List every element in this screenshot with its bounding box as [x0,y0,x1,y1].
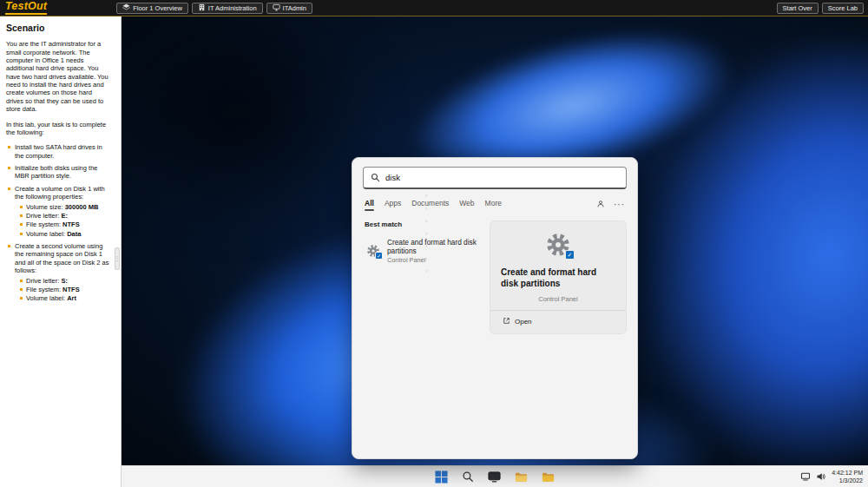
tab-more[interactable]: More [485,199,502,210]
task-value: E: [61,212,68,220]
task-text: Install two SATA hard drives in the comp… [15,143,102,159]
scenario-task-intro: In this lab, your task is to complete th… [6,121,110,137]
tab-documents[interactable]: Documents [411,199,449,210]
header-actions: Start Over Score Lab [777,3,864,14]
taskbar-clock[interactable]: 4:42:12 PM 1/3/2022 [832,469,863,485]
task-item: Create a second volume using the remaini… [8,242,110,303]
preview-title: Create and format hard disk partitions [501,267,615,289]
task-sublist: Drive letter: S: File system: NTFS Volum… [15,277,110,303]
monitor-icon [273,3,280,13]
task-item: Create a volume on Disk 1 with the follo… [8,185,110,238]
account-icon[interactable] [596,200,605,210]
search-results: Best match Create and format hard disk p… [365,220,627,334]
task-subitem: Drive letter: E: [20,212,110,220]
taskbar-center-icons [433,469,556,485]
search-filter-tabs: All Apps Documents Web More ··· [365,199,625,210]
task-label: File system: [26,286,61,293]
task-label: Drive letter: [26,212,59,220]
task-list: Install two SATA hard drives in the comp… [6,143,110,302]
task-text: Initialize both disks using the MBR part… [15,164,97,180]
folder-icon [542,473,555,486]
top-header-bar: TestOut Floor 1 Overview IT Administrati… [0,0,868,16]
layers-icon [122,3,130,13]
result-preview-card: Create and format hard disk partitions C… [490,220,627,334]
check-badge-icon [565,250,575,260]
task-label: Volume size: [26,203,63,211]
task-subitem: Volume size: 300000 MB [20,203,110,211]
result-title: Create and format hard disk partitions [387,238,479,255]
more-options-icon[interactable]: ··· [614,201,625,209]
tab-web[interactable]: Web [459,199,474,210]
search-header-icons: ··· [596,200,625,210]
task-text: Create a second volume using the remaini… [15,242,108,274]
task-subitem: File system: NTFS [20,220,110,228]
clock-date: 1/3/2022 [832,477,863,484]
open-icon [503,317,510,326]
task-value: Data [67,230,81,238]
disk-partitions-gear-icon-large [545,232,571,258]
task-item: Initialize both disks using the MBR part… [8,164,110,181]
search-box[interactable] [363,167,627,189]
nav-label: IT Administration [208,4,257,12]
system-tray: 4:42:12 PM 1/3/2022 [800,466,863,487]
task-subitem: Volume label: Art [20,294,110,302]
check-badge-icon [375,252,383,260]
file-explorer-button[interactable] [513,469,529,485]
header-nav: Floor 1 Overview IT Administration ITAdm… [116,3,312,14]
testout-logo: TestOut [5,1,47,15]
task-value: S: [61,277,68,285]
task-label: File system: [26,220,61,228]
building-icon [198,3,206,13]
search-icon [371,170,380,186]
task-label: Volume label: [26,294,65,302]
task-value: Art [67,294,76,302]
folder-icon [515,473,528,486]
task-item: Install two SATA hard drives in the comp… [8,143,110,160]
start-button[interactable] [433,469,450,485]
task-sublist: Volume size: 300000 MB Drive letter: E: … [15,203,110,239]
button-label: Start Over [783,4,812,12]
task-label: Volume label: [26,230,65,238]
task-value: 300000 MB [65,203,99,211]
taskbar: 4:42:12 PM 1/3/2022 [122,465,868,487]
nav-floor1-overview-button[interactable]: Floor 1 Overview [116,3,188,14]
windows-search-panel: All Apps Documents Web More ··· Best mat… [352,157,638,459]
nav-label: ITAdmin [283,4,306,12]
nav-label: Floor 1 Overview [133,4,182,12]
dark-monitor-icon [488,473,501,486]
nav-itadmin-button[interactable]: ITAdmin [266,3,312,14]
open-action[interactable]: Open [501,311,615,326]
task-text: Create a volume on Disk 1 with the follo… [15,185,105,201]
tab-all[interactable]: All [365,199,374,210]
nav-it-administration-button[interactable]: IT Administration [192,3,263,14]
task-label: Drive letter: [26,277,59,285]
disk-partitions-gear-icon [366,244,380,258]
start-over-button[interactable]: Start Over [777,3,819,14]
volume-icon[interactable] [816,471,826,482]
search-icon [462,472,474,485]
preview-icon-area [501,232,615,260]
sidebar-scrollbar-handle[interactable] [115,247,120,270]
button-label: Score Lab [828,4,858,12]
network-icon[interactable] [800,471,811,482]
taskbar-search-button[interactable] [460,469,476,484]
search-input[interactable] [385,173,619,182]
clock-time: 4:42:12 PM [832,469,863,477]
wallpaper-shape [122,16,382,234]
app-monitor-button[interactable] [486,469,503,485]
task-value: NTFS [62,220,80,228]
score-lab-button[interactable]: Score Lab [822,3,864,14]
tab-apps[interactable]: Apps [385,199,401,210]
preview-type-label: Control Panel [501,295,615,303]
scenario-paragraph: You are the IT administrator for a small… [6,40,110,113]
folder-app-button[interactable] [540,469,556,485]
task-subitem: File system: NTFS [20,286,110,293]
open-label: Open [515,318,532,326]
best-match-result[interactable]: Create and format hard disk partitions C… [365,235,481,267]
scenario-sidebar: Scenario You are the IT administrator fo… [0,16,122,487]
task-value: NTFS [62,286,80,293]
task-subitem: Drive letter: S: [20,277,110,285]
best-match-heading: Best match [365,220,481,228]
scenario-title: Scenario [6,23,110,34]
results-list-column: Best match Create and format hard disk p… [365,220,481,334]
